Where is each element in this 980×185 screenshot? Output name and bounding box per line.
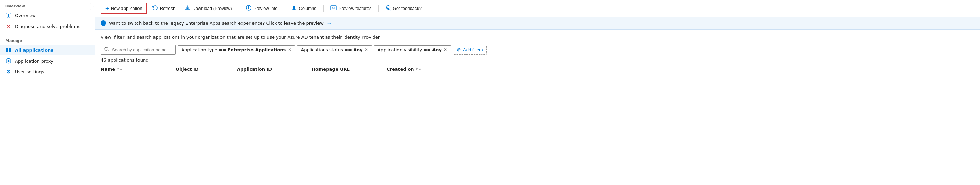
sidebar-item-diagnose-label: Diagnose and solve problems [15, 24, 80, 29]
preview-features-button[interactable]: Preview features [326, 3, 375, 13]
sidebar-item-overview-label: Overview [15, 13, 36, 18]
sort-name-icon[interactable]: ↑↓ [116, 67, 123, 71]
proxy-icon [5, 58, 11, 64]
filter-chip-app-visibility[interactable]: Application visibility == Any ✕ [374, 45, 451, 54]
feedback-icon [385, 5, 391, 11]
preview-info-label: Preview info [253, 6, 278, 11]
filter-bar: Application type == Enterprise Applicati… [101, 44, 975, 55]
sidebar: « Overview Overview ✕ Diagnose and solve… [0, 0, 95, 93]
svg-rect-13 [294, 6, 295, 9]
refresh-label: Refresh [160, 6, 176, 11]
svg-rect-1 [8, 15, 9, 17]
svg-rect-12 [292, 6, 293, 9]
svg-rect-18 [332, 8, 335, 9]
sidebar-item-user-settings-label: User settings [15, 70, 44, 74]
sidebar-section-overview: Overview [0, 0, 95, 10]
columns-icon [291, 5, 297, 11]
feedback-button[interactable]: Got feedback? [382, 3, 426, 14]
toolbar-separator-1 [239, 5, 239, 12]
filter-app-visibility-label: Application visibility == Any [378, 47, 442, 52]
add-filters-button[interactable]: ⊕ Add filters [453, 44, 487, 55]
sidebar-item-diagnose[interactable]: ✕ Diagnose and solve problems [0, 21, 95, 32]
add-filters-icon: ⊕ [457, 47, 461, 53]
download-button[interactable]: Download (Preview) [181, 3, 236, 14]
sidebar-item-application-proxy-label: Application proxy [15, 59, 53, 63]
content-description: View, filter, and search applications in… [101, 34, 975, 41]
preview-features-label: Preview features [339, 6, 372, 11]
settings-icon: ⚙ [5, 69, 11, 75]
svg-rect-11 [248, 6, 249, 7]
preview-features-icon [331, 5, 337, 11]
info-icon [5, 12, 11, 18]
sidebar-item-all-applications[interactable]: All applications [0, 44, 95, 55]
toolbar-separator-2 [284, 5, 285, 12]
svg-rect-3 [6, 47, 8, 50]
filter-chip-app-type[interactable]: Application type == Enterprise Applicati… [178, 45, 295, 54]
banner-text: Want to switch back to the legacy Enterp… [109, 21, 325, 26]
sidebar-item-user-settings[interactable]: ⚙ User settings [0, 66, 95, 77]
banner-info-icon: i [101, 21, 106, 26]
svg-rect-10 [248, 8, 249, 9]
filter-app-status-label: Applications status == Any [301, 47, 363, 52]
content-area: View, filter, and search applications in… [95, 30, 980, 93]
col-application-id: Application ID [237, 66, 312, 72]
sidebar-section-manage: Manage [0, 35, 95, 44]
svg-rect-6 [9, 50, 11, 52]
info-banner: i Want to switch back to the legacy Ente… [95, 17, 980, 30]
preview-info-button[interactable]: Preview info [242, 3, 282, 14]
search-box[interactable] [101, 45, 176, 55]
col-created-on[interactable]: Created on ↑↓ [387, 66, 975, 72]
toolbar-separator-4 [379, 5, 379, 12]
feedback-label: Got feedback? [393, 6, 422, 11]
filter-chip-app-status[interactable]: Applications status == Any ✕ [297, 45, 372, 54]
svg-rect-4 [9, 47, 11, 50]
sidebar-collapse-button[interactable]: « [90, 3, 97, 10]
svg-point-21 [388, 7, 389, 8]
svg-rect-2 [8, 14, 9, 14]
svg-point-20 [387, 7, 388, 8]
grid-icon [5, 47, 11, 53]
filter-app-visibility-close[interactable]: ✕ [444, 47, 447, 52]
svg-rect-16 [332, 7, 333, 8]
svg-point-19 [386, 6, 390, 9]
plus-icon: + [105, 5, 109, 11]
filter-app-status-close[interactable]: ✕ [365, 47, 368, 52]
sidebar-item-overview[interactable]: Overview [0, 10, 95, 21]
search-input[interactable] [112, 47, 166, 52]
svg-rect-5 [6, 50, 8, 52]
new-application-label: New application [111, 6, 142, 11]
add-filters-label: Add filters [463, 47, 483, 52]
toolbar: + New application Refresh Download (Prev… [95, 0, 980, 17]
results-count: 46 applications found [101, 57, 975, 63]
search-icon [105, 47, 109, 53]
col-object-id: Object ID [176, 66, 237, 72]
banner-link[interactable]: → [327, 21, 331, 26]
filter-app-type-close[interactable]: ✕ [288, 47, 291, 52]
sort-created-icon[interactable]: ↑↓ [415, 67, 422, 71]
sidebar-item-all-applications-label: All applications [15, 47, 53, 53]
info-icon [246, 5, 251, 11]
sidebar-divider [0, 33, 95, 33]
sidebar-item-application-proxy[interactable]: Application proxy [0, 55, 95, 66]
svg-rect-14 [295, 6, 296, 9]
main-content: + New application Refresh Download (Prev… [95, 0, 980, 93]
diagnose-icon: ✕ [5, 23, 11, 29]
col-homepage-url: Homepage URL [312, 66, 387, 72]
toolbar-separator-3 [323, 5, 324, 12]
filter-app-type-label: Application type == Enterprise Applicati… [181, 47, 286, 52]
download-label: Download (Preview) [192, 6, 232, 11]
table-header: Name ↑↓ Object ID Application ID Homepag… [101, 65, 975, 74]
columns-label: Columns [299, 6, 316, 11]
download-icon [185, 5, 190, 11]
new-application-button[interactable]: + New application [101, 3, 147, 14]
col-name[interactable]: Name ↑↓ [101, 66, 176, 72]
svg-rect-17 [334, 7, 335, 8]
refresh-button[interactable]: Refresh [148, 3, 180, 14]
columns-button[interactable]: Columns [287, 3, 320, 14]
refresh-icon [153, 5, 158, 11]
svg-rect-15 [331, 6, 336, 10]
svg-point-8 [8, 60, 10, 62]
